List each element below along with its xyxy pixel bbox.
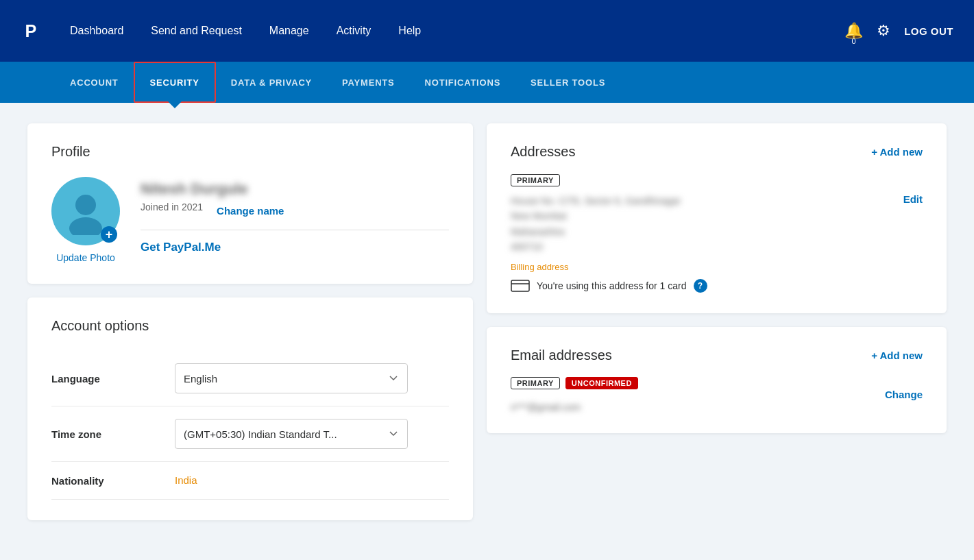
language-select[interactable]: English Hindi French Spanish — [175, 363, 408, 393]
billing-label: Billing address — [511, 262, 923, 272]
nav-send-request[interactable]: Send and Request — [151, 25, 242, 37]
card-usage-text: You're using this address for 1 card — [537, 280, 687, 291]
right-column: Addresses + Add new PRIMARY House No. C/… — [487, 123, 947, 520]
profile-name: Nitesh Durgule — [141, 180, 449, 198]
addresses-card: Addresses + Add new PRIMARY House No. C/… — [487, 123, 947, 313]
svg-text:P: P — [25, 21, 37, 40]
nationality-row: Nationality India — [51, 462, 449, 500]
update-photo-link[interactable]: Update Photo — [56, 252, 115, 263]
change-name-link[interactable]: Change name — [217, 205, 284, 217]
language-row: Language English Hindi French Spanish — [51, 351, 449, 406]
edit-address-link[interactable]: Edit — [903, 193, 923, 205]
add-new-address-link[interactable]: + Add new — [871, 146, 923, 158]
subnav-seller-tools[interactable]: SELLER TOOLS — [515, 62, 620, 103]
account-options-card: Account options Language English Hindi F… — [27, 297, 473, 520]
subnav-security[interactable]: SECURITY — [134, 62, 216, 103]
nav-dashboard[interactable]: Dashboard — [70, 25, 123, 37]
email-title: Email addresses — [511, 348, 612, 363]
subnav-account[interactable]: ACCOUNT — [55, 62, 134, 103]
timezone-select[interactable]: (GMT+05:30) Indian Standard T... — [175, 419, 408, 449]
addresses-header: Addresses + Add new — [511, 144, 923, 160]
email-unconfirmed-badge: UNCONFIRMED — [565, 377, 638, 389]
account-options-title: Account options — [51, 318, 449, 334]
profile-info: Nitesh Durgule Joined in 2021 Change nam… — [141, 177, 449, 254]
get-paypalme-link[interactable]: Get PayPal.Me — [141, 241, 221, 254]
card-usage-row: You're using this address for 1 card ? — [511, 279, 923, 293]
profile-divider — [141, 230, 449, 230]
settings-gear-icon[interactable]: ⚙ — [877, 22, 890, 40]
address-text: House No. C/76, Sector 6, Gandhinagar Ne… — [511, 193, 681, 255]
avatar[interactable]: + — [51, 177, 120, 245]
svg-point-1 — [75, 195, 96, 215]
profile-joined: Joined in 2021 — [141, 202, 203, 212]
language-control: English Hindi French Spanish — [175, 363, 449, 393]
notification-bell[interactable]: 🔔 0 — [844, 22, 863, 40]
primary-badge-label: PRIMARY — [511, 174, 560, 186]
left-column: Profile + Update Photo Nitesh Durgule — [27, 123, 473, 520]
help-icon[interactable]: ? — [694, 279, 707, 293]
addresses-title: Addresses — [511, 144, 576, 160]
timezone-row: Time zone (GMT+05:30) Indian Standard T.… — [51, 406, 449, 462]
primary-badge: PRIMARY — [511, 173, 923, 193]
subnav-notifications[interactable]: NOTIFICATIONS — [410, 62, 516, 103]
email-header: Email addresses + Add new — [511, 348, 923, 363]
subnav-data-privacy[interactable]: DATA & PRIVACY — [216, 62, 327, 103]
paypal-logo[interactable]: P — [21, 16, 49, 45]
nav-right-section: 🔔 0 ⚙ LOG OUT — [844, 22, 953, 40]
add-new-email-link[interactable]: + Add new — [871, 350, 923, 361]
subnav-payments[interactable]: PAYMENTS — [327, 62, 409, 103]
logout-button[interactable]: LOG OUT — [904, 25, 953, 37]
email-left: PRIMARY UNCONFIRMED n***@gmail.com — [511, 377, 638, 413]
nav-activity[interactable]: Activity — [337, 25, 372, 37]
main-content: Profile + Update Photo Nitesh Durgule — [0, 103, 974, 541]
top-navigation: P Dashboard Send and Request Manage Acti… — [0, 0, 974, 62]
avatar-container: + Update Photo — [51, 177, 120, 263]
nationality-control: India — [175, 474, 449, 487]
timezone-label: Time zone — [51, 428, 175, 440]
nationality-value: India — [175, 474, 197, 486]
profile-title: Profile — [51, 144, 449, 160]
card-rect-icon — [511, 280, 530, 292]
email-address-text: n***@gmail.com — [511, 402, 638, 413]
nav-help[interactable]: Help — [398, 25, 421, 37]
nav-links: Dashboard Send and Request Manage Activi… — [70, 25, 824, 37]
sub-navigation: ACCOUNT SECURITY DATA & PRIVACY PAYMENTS… — [0, 62, 974, 103]
email-addresses-card: Email addresses + Add new PRIMARY UNCONF… — [487, 327, 947, 433]
svg-point-2 — [69, 217, 102, 235]
avatar-plus-icon[interactable]: + — [101, 226, 117, 243]
language-label: Language — [51, 373, 175, 385]
profile-card: Profile + Update Photo Nitesh Durgule — [27, 123, 473, 284]
profile-section: + Update Photo Nitesh Durgule Joined in … — [51, 177, 449, 263]
email-badge-row: PRIMARY UNCONFIRMED — [511, 377, 638, 396]
change-email-link[interactable]: Change — [885, 389, 923, 400]
address-row: House No. C/76, Sector 6, Gandhinagar Ne… — [511, 193, 923, 255]
nav-manage[interactable]: Manage — [269, 25, 309, 37]
nationality-label: Nationality — [51, 475, 175, 487]
svg-rect-3 — [511, 280, 529, 291]
timezone-control: (GMT+05:30) Indian Standard T... — [175, 419, 449, 449]
email-row: PRIMARY UNCONFIRMED n***@gmail.com Chang… — [511, 377, 923, 413]
email-primary-badge: PRIMARY — [511, 377, 560, 389]
notification-count: 0 — [852, 37, 856, 45]
